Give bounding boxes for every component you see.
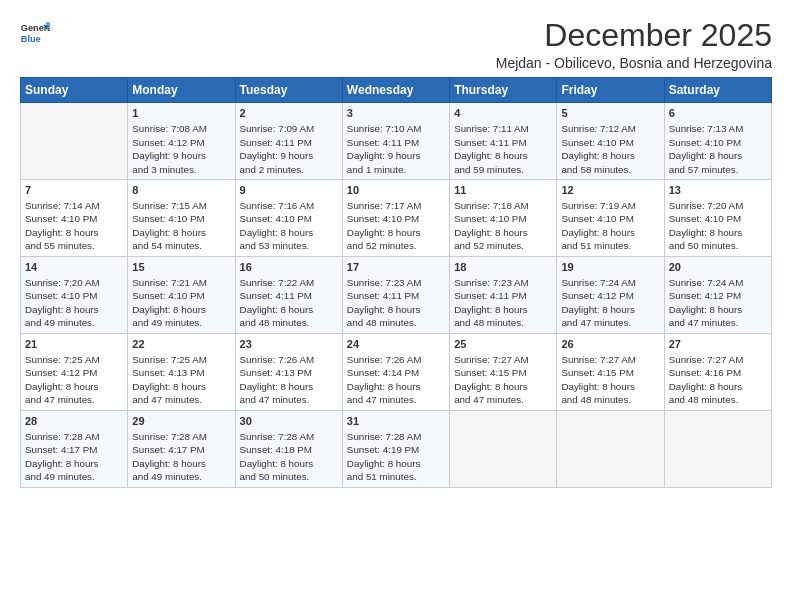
cell-info: Sunrise: 7:23 AMSunset: 4:11 PMDaylight:… bbox=[347, 277, 422, 329]
logo-icon: General Blue bbox=[20, 18, 50, 48]
day-number: 19 bbox=[561, 260, 659, 275]
cell-info: Sunrise: 7:20 AMSunset: 4:10 PMDaylight:… bbox=[25, 277, 100, 329]
table-row: 2Sunrise: 7:09 AMSunset: 4:11 PMDaylight… bbox=[235, 103, 342, 180]
day-number: 2 bbox=[240, 106, 338, 121]
table-row: 10Sunrise: 7:17 AMSunset: 4:10 PMDayligh… bbox=[342, 180, 449, 257]
cell-info: Sunrise: 7:20 AMSunset: 4:10 PMDaylight:… bbox=[669, 200, 744, 252]
table-row bbox=[21, 103, 128, 180]
table-row: 11Sunrise: 7:18 AMSunset: 4:10 PMDayligh… bbox=[450, 180, 557, 257]
day-number: 31 bbox=[347, 414, 445, 429]
day-number: 1 bbox=[132, 106, 230, 121]
day-number: 7 bbox=[25, 183, 123, 198]
table-row bbox=[664, 410, 771, 487]
table-row: 15Sunrise: 7:21 AMSunset: 4:10 PMDayligh… bbox=[128, 257, 235, 334]
cell-info: Sunrise: 7:27 AMSunset: 4:16 PMDaylight:… bbox=[669, 354, 744, 406]
cell-info: Sunrise: 7:09 AMSunset: 4:11 PMDaylight:… bbox=[240, 123, 315, 175]
col-wednesday: Wednesday bbox=[342, 78, 449, 103]
cell-info: Sunrise: 7:25 AMSunset: 4:12 PMDaylight:… bbox=[25, 354, 100, 406]
table-row: 25Sunrise: 7:27 AMSunset: 4:15 PMDayligh… bbox=[450, 333, 557, 410]
page: General Blue December 2025 Mejdan - Obil… bbox=[0, 0, 792, 612]
day-number: 3 bbox=[347, 106, 445, 121]
day-number: 27 bbox=[669, 337, 767, 352]
day-number: 12 bbox=[561, 183, 659, 198]
day-number: 13 bbox=[669, 183, 767, 198]
cell-info: Sunrise: 7:23 AMSunset: 4:11 PMDaylight:… bbox=[454, 277, 529, 329]
cell-info: Sunrise: 7:19 AMSunset: 4:10 PMDaylight:… bbox=[561, 200, 636, 252]
title-block: December 2025 Mejdan - Obilicevo, Bosnia… bbox=[496, 18, 772, 71]
cell-info: Sunrise: 7:22 AMSunset: 4:11 PMDaylight:… bbox=[240, 277, 315, 329]
col-monday: Monday bbox=[128, 78, 235, 103]
cell-info: Sunrise: 7:28 AMSunset: 4:18 PMDaylight:… bbox=[240, 431, 315, 483]
day-number: 17 bbox=[347, 260, 445, 275]
day-number: 9 bbox=[240, 183, 338, 198]
day-number: 6 bbox=[669, 106, 767, 121]
svg-text:Blue: Blue bbox=[21, 34, 41, 44]
cell-info: Sunrise: 7:18 AMSunset: 4:10 PMDaylight:… bbox=[454, 200, 529, 252]
day-number: 4 bbox=[454, 106, 552, 121]
table-row: 29Sunrise: 7:28 AMSunset: 4:17 PMDayligh… bbox=[128, 410, 235, 487]
table-row: 30Sunrise: 7:28 AMSunset: 4:18 PMDayligh… bbox=[235, 410, 342, 487]
day-number: 18 bbox=[454, 260, 552, 275]
cell-info: Sunrise: 7:14 AMSunset: 4:10 PMDaylight:… bbox=[25, 200, 100, 252]
cell-info: Sunrise: 7:17 AMSunset: 4:10 PMDaylight:… bbox=[347, 200, 422, 252]
cell-info: Sunrise: 7:11 AMSunset: 4:11 PMDaylight:… bbox=[454, 123, 529, 175]
table-row: 5Sunrise: 7:12 AMSunset: 4:10 PMDaylight… bbox=[557, 103, 664, 180]
logo: General Blue bbox=[20, 18, 50, 48]
table-row: 1Sunrise: 7:08 AMSunset: 4:12 PMDaylight… bbox=[128, 103, 235, 180]
day-number: 21 bbox=[25, 337, 123, 352]
day-number: 23 bbox=[240, 337, 338, 352]
day-number: 10 bbox=[347, 183, 445, 198]
cell-info: Sunrise: 7:24 AMSunset: 4:12 PMDaylight:… bbox=[561, 277, 636, 329]
table-row: 22Sunrise: 7:25 AMSunset: 4:13 PMDayligh… bbox=[128, 333, 235, 410]
table-row: 20Sunrise: 7:24 AMSunset: 4:12 PMDayligh… bbox=[664, 257, 771, 334]
table-row: 4Sunrise: 7:11 AMSunset: 4:11 PMDaylight… bbox=[450, 103, 557, 180]
day-number: 8 bbox=[132, 183, 230, 198]
table-row: 8Sunrise: 7:15 AMSunset: 4:10 PMDaylight… bbox=[128, 180, 235, 257]
header: General Blue December 2025 Mejdan - Obil… bbox=[20, 18, 772, 71]
col-tuesday: Tuesday bbox=[235, 78, 342, 103]
cell-info: Sunrise: 7:25 AMSunset: 4:13 PMDaylight:… bbox=[132, 354, 207, 406]
table-row: 13Sunrise: 7:20 AMSunset: 4:10 PMDayligh… bbox=[664, 180, 771, 257]
cell-info: Sunrise: 7:28 AMSunset: 4:19 PMDaylight:… bbox=[347, 431, 422, 483]
day-number: 22 bbox=[132, 337, 230, 352]
cell-info: Sunrise: 7:10 AMSunset: 4:11 PMDaylight:… bbox=[347, 123, 422, 175]
day-number: 30 bbox=[240, 414, 338, 429]
table-row: 19Sunrise: 7:24 AMSunset: 4:12 PMDayligh… bbox=[557, 257, 664, 334]
day-number: 20 bbox=[669, 260, 767, 275]
table-row: 21Sunrise: 7:25 AMSunset: 4:12 PMDayligh… bbox=[21, 333, 128, 410]
cell-info: Sunrise: 7:24 AMSunset: 4:12 PMDaylight:… bbox=[669, 277, 744, 329]
cell-info: Sunrise: 7:26 AMSunset: 4:13 PMDaylight:… bbox=[240, 354, 315, 406]
table-row: 16Sunrise: 7:22 AMSunset: 4:11 PMDayligh… bbox=[235, 257, 342, 334]
cell-info: Sunrise: 7:27 AMSunset: 4:15 PMDaylight:… bbox=[454, 354, 529, 406]
table-row: 23Sunrise: 7:26 AMSunset: 4:13 PMDayligh… bbox=[235, 333, 342, 410]
calendar-table: Sunday Monday Tuesday Wednesday Thursday… bbox=[20, 77, 772, 488]
col-sunday: Sunday bbox=[21, 78, 128, 103]
table-row: 18Sunrise: 7:23 AMSunset: 4:11 PMDayligh… bbox=[450, 257, 557, 334]
cell-info: Sunrise: 7:15 AMSunset: 4:10 PMDaylight:… bbox=[132, 200, 207, 252]
cell-info: Sunrise: 7:12 AMSunset: 4:10 PMDaylight:… bbox=[561, 123, 636, 175]
day-number: 24 bbox=[347, 337, 445, 352]
table-row: 27Sunrise: 7:27 AMSunset: 4:16 PMDayligh… bbox=[664, 333, 771, 410]
table-row: 17Sunrise: 7:23 AMSunset: 4:11 PMDayligh… bbox=[342, 257, 449, 334]
col-friday: Friday bbox=[557, 78, 664, 103]
main-title: December 2025 bbox=[496, 18, 772, 53]
table-row: 9Sunrise: 7:16 AMSunset: 4:10 PMDaylight… bbox=[235, 180, 342, 257]
col-saturday: Saturday bbox=[664, 78, 771, 103]
subtitle: Mejdan - Obilicevo, Bosnia and Herzegovi… bbox=[496, 55, 772, 71]
table-row: 28Sunrise: 7:28 AMSunset: 4:17 PMDayligh… bbox=[21, 410, 128, 487]
table-row: 3Sunrise: 7:10 AMSunset: 4:11 PMDaylight… bbox=[342, 103, 449, 180]
table-row: 12Sunrise: 7:19 AMSunset: 4:10 PMDayligh… bbox=[557, 180, 664, 257]
table-row: 14Sunrise: 7:20 AMSunset: 4:10 PMDayligh… bbox=[21, 257, 128, 334]
cell-info: Sunrise: 7:26 AMSunset: 4:14 PMDaylight:… bbox=[347, 354, 422, 406]
day-number: 5 bbox=[561, 106, 659, 121]
day-number: 29 bbox=[132, 414, 230, 429]
cell-info: Sunrise: 7:21 AMSunset: 4:10 PMDaylight:… bbox=[132, 277, 207, 329]
day-number: 28 bbox=[25, 414, 123, 429]
cell-info: Sunrise: 7:13 AMSunset: 4:10 PMDaylight:… bbox=[669, 123, 744, 175]
day-number: 15 bbox=[132, 260, 230, 275]
cell-info: Sunrise: 7:27 AMSunset: 4:15 PMDaylight:… bbox=[561, 354, 636, 406]
table-row: 31Sunrise: 7:28 AMSunset: 4:19 PMDayligh… bbox=[342, 410, 449, 487]
cell-info: Sunrise: 7:16 AMSunset: 4:10 PMDaylight:… bbox=[240, 200, 315, 252]
col-thursday: Thursday bbox=[450, 78, 557, 103]
day-number: 26 bbox=[561, 337, 659, 352]
